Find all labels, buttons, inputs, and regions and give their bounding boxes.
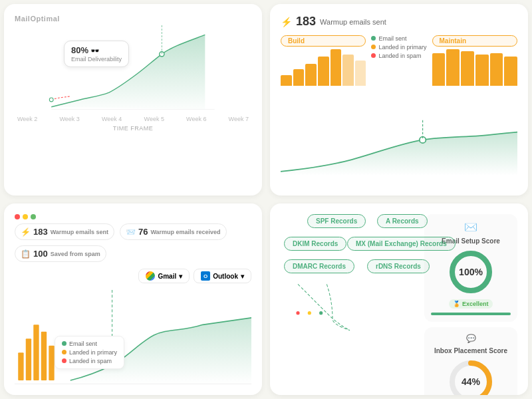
- svg-point-16: [319, 311, 323, 315]
- gmail-logo: [146, 271, 155, 281]
- inbox-placement-percent: 44%: [462, 376, 480, 387]
- setup-progress-bg: [431, 313, 511, 315]
- deliverability-quadrant: MailOptimal 80% 🕶️ Email Deliverability: [4, 4, 262, 196]
- warmup-count: 183: [296, 15, 316, 29]
- svg-rect-10: [49, 346, 54, 380]
- warmup-header: ⚡ 183 Warmup emails sent: [281, 15, 517, 29]
- gmail-button[interactable]: Gmail ▾: [138, 269, 190, 283]
- spam-saved-chip: 📋 100 Saved from spam: [15, 245, 106, 262]
- dot-green: [31, 214, 36, 219]
- build-bars: [281, 49, 366, 86]
- dkim-records-tag: DKIM Records: [284, 237, 346, 251]
- maintain-phase: Maintain: [432, 35, 517, 110]
- email-setup-score-card: ✉️ Email Setup Score 100% 🏅 Excellent: [424, 214, 517, 322]
- deliverability-percent: 80%: [71, 45, 88, 55]
- chart-legend: Email sent Landed in primary Landed in s…: [371, 35, 426, 59]
- svg-point-2: [49, 98, 53, 102]
- rdns-records-tag: rDNS Records: [367, 259, 430, 273]
- dot-yellow: [23, 214, 28, 219]
- inbox-placement-title: Inbox Placement Score: [434, 347, 507, 354]
- email-setup-donut: 100%: [448, 249, 494, 295]
- window-dots: [15, 214, 251, 219]
- dot-red: [15, 214, 20, 219]
- maintain-tag: Maintain: [432, 35, 517, 47]
- dns-tags-section: SPF Records A Records DKIM Records MX (M…: [281, 214, 419, 384]
- build-phase: Build: [281, 35, 366, 110]
- email-setup-percent: 100%: [459, 267, 483, 277]
- analytics-quadrant: ⚡ 183 Warmup emails sent 📨 76 Warmup ema…: [4, 203, 262, 395]
- dns-scores-quadrant: SPF Records A Records DKIM Records MX (M…: [270, 203, 528, 395]
- chart-legend-q3: Email sent Landed in primary Landed in s…: [55, 336, 124, 369]
- analytics-chart: [15, 289, 251, 389]
- warmup-received-chip: 📨 76 Warmup emails received: [120, 223, 227, 240]
- svg-rect-7: [26, 338, 31, 380]
- svg-rect-9: [41, 332, 47, 380]
- setup-progress-fill: [431, 313, 511, 315]
- dns-connection-lines: [281, 274, 419, 340]
- mail-icon: ✉️: [464, 221, 477, 233]
- deliverability-chart: [15, 25, 251, 112]
- deliverability-badge: 80% 🕶️ Email Deliverability: [64, 41, 129, 67]
- deliverability-label: Email Deliverability: [71, 56, 122, 63]
- app-label: MailOptimal: [15, 15, 251, 23]
- inbox-placement-donut: 44%: [448, 358, 494, 395]
- time-frame-label: TIME FRAME: [15, 125, 251, 132]
- spf-records-tag: SPF Records: [307, 214, 366, 228]
- maintain-bars: [432, 49, 517, 86]
- mx-records-tag: MX (Mail Exchange) Records: [347, 237, 456, 251]
- outlook-button[interactable]: O Outlook ▾: [194, 269, 251, 283]
- inbox-placement-score-card: 💬 Inbox Placement Score 44% 😐 Bad: [424, 327, 517, 395]
- phases-grid: Build Email sent Landed in primary Lande…: [281, 35, 517, 110]
- warmup-line-chart: [281, 110, 517, 186]
- middle-legend: Email sent Landed in primary Landed in s…: [371, 35, 426, 110]
- svg-rect-8: [33, 325, 39, 380]
- warmup-quadrant: ⚡ 183 Warmup emails sent Build: [270, 4, 528, 196]
- provider-buttons: Gmail ▾ O Outlook ▾: [15, 269, 251, 283]
- email-setup-badge: 🏅 Excellent: [449, 299, 492, 309]
- warmup-icon: ⚡: [281, 17, 292, 27]
- svg-point-15: [308, 311, 311, 315]
- analytics-chart-area: Email sent Landed in primary Landed in s…: [15, 289, 251, 389]
- outlook-logo: O: [201, 271, 210, 281]
- deliverability-chart-area: Week 2 Week 3 Week 4 Week 5 Week 6 Week …: [15, 25, 251, 185]
- stats-row: ⚡ 183 Warmup emails sent 📨 76 Warmup ema…: [15, 223, 251, 262]
- warmup-sent-chip: ⚡ 183 Warmup emails sent: [15, 223, 114, 240]
- build-tag: Build: [281, 35, 366, 47]
- warmup-label: Warmup emails sent: [320, 18, 386, 26]
- svg-rect-6: [18, 352, 23, 380]
- week-labels: Week 2 Week 3 Week 4 Week 5 Week 6 Week …: [15, 116, 251, 122]
- dmarc-records-tag: DMARC Records: [284, 259, 354, 273]
- a-records-tag: A Records: [377, 214, 428, 228]
- inbox-icon: 💬: [466, 334, 476, 343]
- area-chart-q2: [281, 110, 517, 186]
- svg-point-14: [296, 311, 299, 315]
